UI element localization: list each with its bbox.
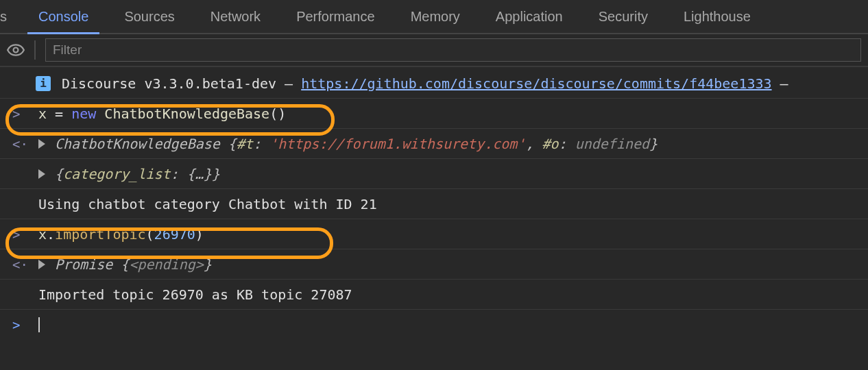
info-icon: i <box>36 76 51 91</box>
info-text: Discourse v3.3.0.beta1-dev — https://git… <box>62 75 788 92</box>
log-text: Imported topic 26970 as KB topic 27087 <box>38 286 352 303</box>
text-caret <box>38 317 40 332</box>
expand-icon[interactable] <box>38 260 45 269</box>
tab-lighthouse[interactable]: Lighthouse <box>666 0 769 33</box>
result-icon: <· <box>8 257 36 272</box>
tab-truncated-left[interactable]: s <box>0 0 21 33</box>
result-icon: <· <box>8 136 36 151</box>
console-result-row: <· Promise {<pending>} <box>0 249 868 280</box>
tab-sources[interactable]: Sources <box>106 0 192 33</box>
tab-memory[interactable]: Memory <box>393 0 478 33</box>
live-expression-icon[interactable] <box>7 42 25 58</box>
expand-icon[interactable] <box>38 139 45 149</box>
devtools-tabs: s Console Sources Network Performance Me… <box>0 0 868 34</box>
separator <box>34 40 36 60</box>
svg-point-0 <box>14 48 19 53</box>
filter-input[interactable] <box>45 38 861 62</box>
log-text: Using chatbot category Chatbot with ID 2… <box>38 196 377 212</box>
console-log-row: {category_list: {…}} <box>0 159 868 189</box>
tab-performance[interactable]: Performance <box>278 0 393 33</box>
input-code: x = new ChatbotKnowledgeBase() <box>38 106 286 122</box>
console-input-row[interactable]: > x = new ChatbotKnowledgeBase() <box>0 99 868 129</box>
tab-security[interactable]: Security <box>581 0 666 33</box>
input-code: x.importTopic(26970) <box>38 226 204 243</box>
log-object[interactable]: {category_list: {…}} <box>55 166 220 182</box>
console-input-row[interactable]: > x.importTopic(26970) <box>0 219 868 249</box>
console-log-row: Imported topic 26970 as KB topic 27087 <box>0 280 868 310</box>
tab-network[interactable]: Network <box>193 0 278 33</box>
prompt-icon: > <box>8 106 36 121</box>
console-log-row: Using chatbot category Chatbot with ID 2… <box>0 189 868 219</box>
console-prompt-row[interactable]: > <box>0 310 868 340</box>
result-object[interactable]: ChatbotKnowledgeBase {#t: 'https://forum… <box>55 136 658 152</box>
result-object[interactable]: Promise {<pending>} <box>55 256 212 273</box>
console-info-row: i Discourse v3.3.0.beta1-dev — https://g… <box>0 69 868 99</box>
prompt-icon: > <box>8 317 36 332</box>
tab-application[interactable]: Application <box>478 0 581 33</box>
console-result-row: <· ChatbotKnowledgeBase {#t: 'https://fo… <box>0 129 868 159</box>
commit-link[interactable]: https://github.com/discourse/discourse/c… <box>301 75 771 92</box>
expand-icon[interactable] <box>38 169 45 179</box>
console-filter-bar <box>0 34 868 67</box>
console-output: i Discourse v3.3.0.beta1-dev — https://g… <box>0 67 868 340</box>
tab-console[interactable]: Console <box>21 0 106 33</box>
prompt-icon: > <box>8 227 36 242</box>
